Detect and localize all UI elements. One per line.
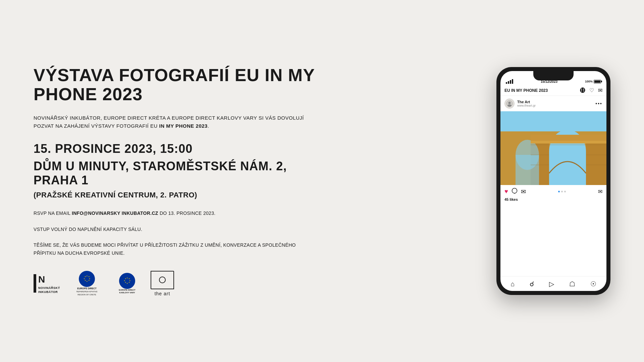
svg-rect-35 — [531, 141, 606, 143]
logo-ni-text: N NOVINÁŘSKÝ INKUBÁTOR — [38, 273, 60, 294]
ig-actions-left: ♥ ✉ — [504, 188, 526, 195]
ig-action-bar: ♥ ✉ ✉ — [500, 185, 606, 197]
ig-username: The Art — [517, 100, 536, 104]
ig-likes-count: 45 likes — [500, 197, 606, 203]
eu-circle-icon: ★ ★ ★ ★ ★ ★ ★ ★ — [79, 271, 95, 287]
ig-nav-reels-icon[interactable]: ▷ — [549, 280, 554, 288]
ig-header-icons: ⓫ ♡ ✉ — [580, 87, 602, 94]
left-content: Výstava fotografií EU in my phone 2023 N… — [34, 66, 335, 296]
theart-name-text: the art — [155, 291, 170, 296]
svg-rect-24 — [549, 152, 586, 185]
venue-line: Dům u minuty, Staroměstské nám. 2, Praha… — [34, 159, 315, 187]
logo-europe-direct-crete: ★ ★ ★ ★ ★ ★ ★ ★ EUROPE DIRECT Περιφέρεια… — [70, 271, 104, 297]
theart-bracket-icon — [151, 271, 174, 289]
venue-sub: (Pražské kreativní centrum, 2. patro) — [34, 191, 315, 199]
svg-point-36 — [512, 188, 517, 193]
logo-the-art: the art — [151, 271, 174, 296]
logo-novinarsky-inkubator: N NOVINÁŘSKÝ INKUBÁTOR — [34, 273, 60, 294]
free-entry-text: Vstup volný do naplnění kapacity sálu. — [34, 226, 315, 233]
phone-screen: 15/12/2023 100% EU IN MY PHONE 2023 ⓫ ♡ … — [500, 71, 606, 291]
ig-post-user: The Art www.theart.gr — [504, 99, 536, 109]
ig-post-photo — [500, 111, 606, 185]
date-venue-block: 15. prosince 2023, 15:00 Dům u minuty, S… — [34, 142, 315, 199]
ig-nav-profile-icon[interactable]: ☉ — [590, 280, 596, 288]
ig-post-menu-icon[interactable]: ••• — [595, 101, 602, 106]
svg-rect-29 — [516, 155, 539, 185]
svg-point-19 — [508, 102, 511, 104]
logo-edkv-text: EUROPE DIRECT KARLOVY VARY — [119, 289, 135, 294]
rsvp-text: RSVP na email INFO@NOVINARSKY INKUBATOR.… — [34, 209, 315, 217]
ig-bookmark-icon[interactable]: ✉ — [598, 188, 602, 195]
ig-add-icon[interactable]: ⓫ — [580, 87, 585, 94]
ig-carousel-dots — [558, 191, 566, 192]
closing-text: Těšíme se, že vás budeme moci přivítat u… — [34, 241, 315, 257]
main-title: Výstava fotografií EU in my phone 2023 — [34, 66, 315, 104]
ig-nav-search-icon[interactable]: ☌ — [530, 280, 534, 288]
ig-user-avatar — [504, 99, 515, 109]
logo-ed-text: EUROPE DIRECT Περιφέρεια Κρήτης Region o… — [76, 287, 97, 297]
logo-ni-bar — [34, 274, 36, 293]
signal-icon — [506, 79, 513, 84]
date-line: 15. prosince 2023, 15:00 — [34, 142, 315, 156]
ig-nav-home-icon[interactable]: ⌂ — [511, 280, 515, 288]
battery-icon — [594, 80, 601, 83]
ig-profile-name: EU IN MY PHONE 2023 — [504, 88, 548, 93]
ig-bottom-nav: ⌂ ☌ ▷ ☖ ☉ — [500, 276, 606, 291]
ig-user-sub: www.theart.gr — [517, 104, 536, 107]
phone-container: 15/12/2023 100% EU IN MY PHONE 2023 ⓫ ♡ … — [490, 67, 617, 295]
battery-status: 100% — [585, 80, 601, 83]
ig-heart-icon[interactable]: ♡ — [589, 87, 594, 94]
logo-europe-direct-kv: ★ ★ ★ ★ ★ ★ ★ ★ EUROPE DIRECT KARLOVY VA… — [114, 273, 141, 294]
svg-point-20 — [507, 105, 512, 107]
ig-post-header: The Art www.theart.gr ••• — [500, 96, 606, 111]
phone-mockup: 15/12/2023 100% EU IN MY PHONE 2023 ⓫ ♡ … — [496, 67, 610, 295]
ig-messenger-icon[interactable]: ✉ — [598, 87, 602, 94]
ig-nav-shop-icon[interactable]: ☖ — [569, 280, 575, 288]
logos-section: N NOVINÁŘSKÝ INKUBÁTOR ★ ★ ★ ★ ★ ★ — [34, 271, 315, 297]
ig-share-icon[interactable]: ✉ — [521, 188, 526, 195]
svg-rect-27 — [531, 135, 606, 141]
instagram-header: EU IN MY PHONE 2023 ⓫ ♡ ✉ — [500, 85, 606, 96]
intro-text: Novinářský inkubátor, Europe Direct Krét… — [34, 114, 315, 130]
phone-notch — [533, 71, 574, 80]
theart-circle-icon — [159, 277, 166, 283]
ig-like-icon[interactable]: ♥ — [504, 188, 508, 195]
ig-comment-icon[interactable] — [512, 188, 518, 195]
eu-circle-kv-icon: ★ ★ ★ ★ ★ ★ ★ ★ — [119, 273, 135, 289]
